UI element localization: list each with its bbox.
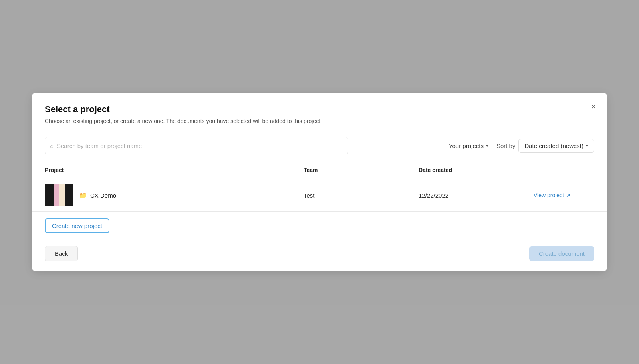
select-project-modal: Select a project Choose an existing proj… bbox=[32, 93, 607, 271]
filter-group: Your projects ▾ Sort by Date created (ne… bbox=[444, 139, 594, 153]
date-created-cell: 12/22/2022 bbox=[406, 179, 521, 212]
col-team: Team bbox=[291, 161, 406, 179]
search-input[interactable] bbox=[57, 142, 343, 149]
table-body: 📁 CX Demo Test 12/22/2022 View project ↗ bbox=[32, 179, 607, 212]
toolbar: ⌕ Your projects ▾ Sort by Date created (… bbox=[32, 131, 607, 161]
actions-cell: View project ↗ bbox=[521, 179, 607, 212]
modal-title: Select a project bbox=[45, 104, 594, 115]
sort-label: Sort by bbox=[496, 142, 516, 149]
col-project: Project bbox=[32, 161, 291, 179]
modal-overlay: Select a project Choose an existing proj… bbox=[0, 0, 639, 364]
modal-subtitle: Choose an existing project, or create a … bbox=[45, 118, 594, 124]
create-document-button[interactable]: Create document bbox=[529, 246, 594, 261]
chevron-down-icon: ▾ bbox=[486, 143, 488, 148]
create-new-project-button[interactable]: Create new project bbox=[45, 218, 109, 233]
folder-icon: 📁 bbox=[79, 192, 87, 199]
project-name-cell: 📁 CX Demo bbox=[79, 192, 116, 199]
modal-footer: Create new project bbox=[32, 212, 607, 239]
table-container: Project Team Date created bbox=[32, 161, 607, 212]
filter-label: Your projects bbox=[449, 142, 484, 149]
table-header: Project Team Date created bbox=[32, 161, 607, 179]
filter-dropdown[interactable]: Your projects ▾ bbox=[444, 139, 493, 152]
search-icon: ⌕ bbox=[50, 142, 54, 149]
projects-table: Project Team Date created bbox=[32, 161, 607, 212]
view-project-link[interactable]: View project ↗ bbox=[534, 192, 594, 198]
search-box: ⌕ bbox=[45, 137, 348, 154]
project-cell: 📁 CX Demo bbox=[32, 179, 291, 212]
close-button[interactable]: × bbox=[589, 101, 597, 112]
table-row[interactable]: 📁 CX Demo Test 12/22/2022 View project ↗ bbox=[32, 179, 607, 212]
team-cell: Test bbox=[291, 179, 406, 212]
chevron-down-icon: ▾ bbox=[586, 143, 588, 148]
external-link-icon: ↗ bbox=[566, 192, 570, 198]
col-date-created: Date created bbox=[406, 161, 521, 179]
sort-dropdown[interactable]: Date created (newest) ▾ bbox=[518, 139, 594, 153]
thumbnail-image bbox=[45, 184, 73, 206]
modal-actions: Back Create document bbox=[32, 239, 607, 271]
back-button[interactable]: Back bbox=[45, 246, 78, 261]
project-name: CX Demo bbox=[90, 192, 116, 199]
col-actions bbox=[521, 161, 607, 179]
sort-value: Date created (newest) bbox=[524, 142, 583, 149]
modal-header: Select a project Choose an existing proj… bbox=[32, 93, 607, 131]
project-thumbnail bbox=[45, 184, 73, 206]
